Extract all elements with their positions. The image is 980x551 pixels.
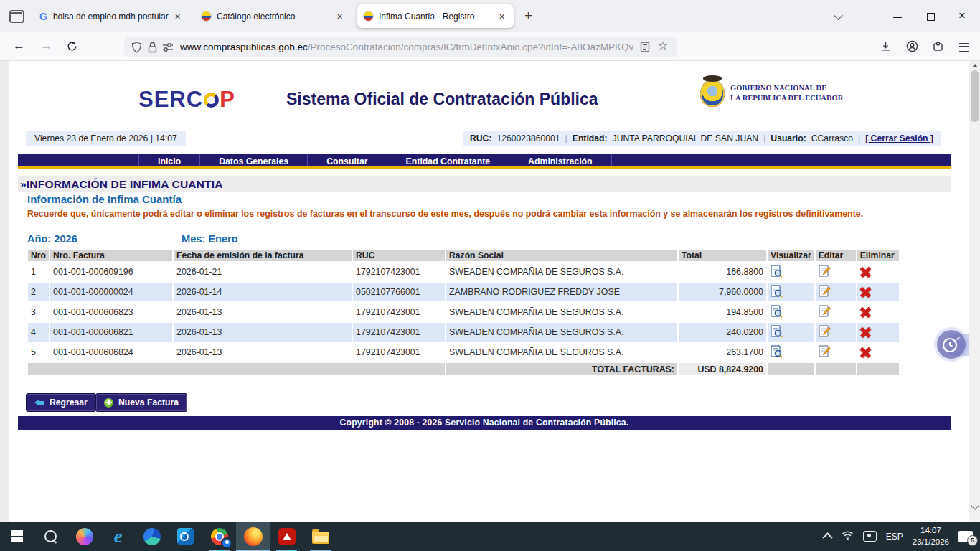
url-domain: www.compraspublicas.gob.ec [180, 42, 308, 52]
url-text[interactable]: www.compraspublicas.gob.ec/ProcesoContra… [180, 37, 633, 57]
page-title: Sistema Oficial de Contratación Pública [286, 90, 598, 109]
eliminar-icon[interactable] [857, 303, 899, 321]
back-button[interactable]: ← [13, 39, 25, 53]
taskbar-copilot-button[interactable] [67, 522, 101, 551]
taskbar-edge-button[interactable] [135, 522, 169, 551]
total-facturas-value: USD 8,824.9200 [679, 363, 766, 375]
col-visualizar: Visualizar [768, 250, 814, 261]
tab-infima-cuantia-active[interactable]: Infima Cuantía - Registro × [357, 4, 514, 28]
tab-title: Catálogo electrónico [217, 11, 334, 22]
tab-close-icon[interactable]: × [172, 11, 183, 22]
reload-button[interactable] [67, 41, 77, 55]
taskbar-chrome-button[interactable] [202, 522, 236, 551]
visualizar-icon[interactable] [768, 343, 814, 362]
firefox-view-icon[interactable] [9, 10, 24, 23]
taskbar-firefox-button[interactable] [236, 522, 270, 551]
month-label: Mes: Enero [182, 233, 238, 245]
tracking-shield-icon[interactable] [131, 42, 142, 56]
acrobat-icon [278, 528, 296, 545]
user-value: CCarrasco [811, 131, 853, 146]
notification-center-icon[interactable]: 5 [958, 531, 973, 542]
taskbar-clock[interactable]: 14:07 23/1/2026 [913, 525, 949, 547]
menu-item-administracion[interactable]: Administración [509, 154, 612, 166]
tray-expand-chevron-icon[interactable] [822, 532, 832, 542]
window-restore-button[interactable] [927, 13, 935, 21]
table-header-row: Nro Nro. Factura Fecha de emisión de la … [28, 250, 899, 261]
invoices-table: Nro Nro. Factura Fecha de emisión de la … [27, 248, 900, 377]
ruc-label: RUC: [470, 131, 491, 146]
visualizar-icon[interactable] [768, 303, 814, 321]
col-eliminar: Eliminar [857, 250, 899, 261]
screen-recorder-clock-widget[interactable] [937, 330, 966, 359]
chrome-profile-badge [221, 537, 232, 549]
logout-link[interactable]: [ Cerrar Sesión ] [865, 131, 933, 146]
reader-mode-icon[interactable] [640, 42, 650, 55]
menu-item-datos-generales[interactable]: Datos Generales [200, 154, 308, 166]
file-explorer-icon [312, 532, 329, 544]
eliminar-icon[interactable] [857, 343, 899, 362]
lock-icon[interactable] [148, 42, 157, 56]
editar-icon[interactable] [816, 343, 856, 362]
account-icon[interactable] [906, 40, 918, 55]
entity-label: Entidad: [573, 131, 608, 146]
permissions-icon[interactable] [162, 42, 174, 55]
browser-viewport: SERC P Sistema Oficial de Contratación P… [0, 61, 969, 522]
menu-item-entidad-contratante[interactable]: Entidad Contratante [387, 154, 510, 166]
window-close-button[interactable]: × [958, 9, 966, 23]
editar-icon[interactable] [816, 263, 856, 281]
taskbar-file-explorer-button[interactable] [303, 522, 337, 551]
menu-item-consultar[interactable]: Consultar [308, 154, 387, 166]
year-label: Año: 2026 [27, 233, 77, 245]
url-bar[interactable]: www.compraspublicas.gob.ec/ProcesoContra… [124, 37, 677, 57]
menu-item-inicio[interactable]: Inicio [138, 154, 200, 166]
search-icon [44, 530, 57, 542]
nueva-factura-button[interactable]: Nueva Factura [95, 393, 187, 412]
tab-close-icon[interactable]: × [334, 11, 345, 22]
downloads-icon[interactable] [880, 41, 891, 55]
language-indicator[interactable]: ESP [886, 532, 903, 542]
browser-nav-bar: ← → www.compraspublicas.gob.ec/ProcesoCo… [0, 32, 980, 61]
editar-icon[interactable] [816, 303, 856, 321]
col-fecha: Fecha de emisión de la factura [174, 250, 352, 261]
wifi-icon[interactable] [842, 530, 854, 543]
ecuador-coat-of-arms-icon [700, 80, 725, 107]
regresar-button[interactable]: Regresar [26, 393, 96, 412]
ruc-value: 1260023860001 [496, 131, 560, 146]
scroll-down-arrow-icon[interactable] [971, 501, 979, 509]
scrollbar-thumb[interactable] [971, 70, 979, 122]
vertical-scrollbar[interactable] [969, 61, 980, 522]
table-row: 5 001-001-000606824 2026-01-13 179210742… [28, 343, 899, 362]
visualizar-icon[interactable] [768, 263, 814, 281]
start-button[interactable] [0, 522, 34, 551]
warning-text: Recuerde que, únicamente podrá editar o … [27, 207, 925, 221]
editar-icon[interactable] [816, 323, 856, 342]
taskbar-search-button[interactable] [34, 522, 67, 551]
tab-close-icon[interactable]: × [496, 11, 507, 22]
editar-icon[interactable] [816, 283, 856, 301]
browser-tab-bar: G bolsa de empleo mdh postular × Catálog… [0, 0, 980, 32]
taskbar-outlook-button[interactable] [169, 522, 202, 551]
visualizar-icon[interactable] [768, 283, 814, 301]
screen-capture-icon[interactable] [863, 531, 877, 542]
menu-hamburger-icon[interactable] [959, 43, 969, 52]
window-minimize-button[interactable] [893, 17, 902, 18]
eliminar-icon[interactable] [857, 283, 899, 301]
eliminar-icon[interactable] [857, 263, 899, 281]
scroll-up-arrow-icon[interactable] [972, 64, 978, 67]
visualizar-icon[interactable] [768, 323, 814, 342]
list-tabs-chevron-icon[interactable] [834, 11, 843, 20]
bookmark-star-icon[interactable]: ☆ [658, 39, 668, 52]
taskbar-acrobat-button[interactable] [270, 522, 303, 551]
taskbar-date: 23/1/2026 [913, 537, 949, 548]
new-tab-button[interactable]: + [524, 8, 532, 24]
tab-catalogo[interactable]: Catálogo electrónico × [195, 4, 352, 28]
forward-button[interactable]: → [40, 39, 52, 53]
taskbar-internet-explorer-button[interactable]: e [101, 522, 135, 551]
edge-icon [143, 528, 161, 545]
eliminar-icon[interactable] [857, 323, 899, 342]
tab-title: bolsa de empleo mdh postular [53, 11, 172, 22]
col-razon-social: Razón Social [446, 250, 677, 261]
table-row: 1 001-001-000609196 2026-01-21 179210742… [28, 263, 899, 281]
extensions-icon[interactable] [933, 41, 943, 55]
tab-bolsa-empleo[interactable]: G bolsa de empleo mdh postular × [33, 4, 189, 28]
